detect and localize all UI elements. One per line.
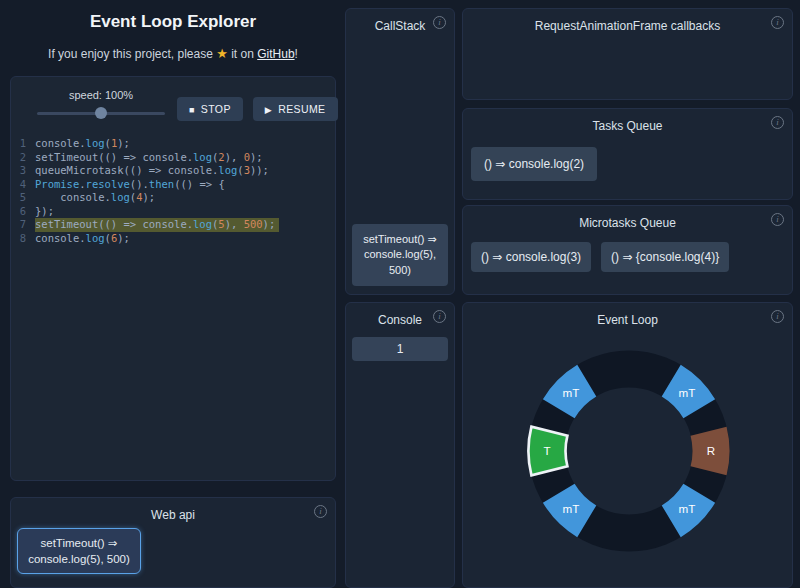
code-line-highlighted: setTimeout(() => console.log(5), 500); — [35, 218, 279, 232]
slider-thumb[interactable] — [95, 107, 107, 119]
code-line: 1console.log(1); — [11, 137, 335, 151]
info-icon[interactable] — [433, 16, 446, 29]
line-number: 1 — [11, 137, 35, 151]
code-line-content: setTimeout(() => console.log(2), 0); — [35, 151, 263, 165]
queue-item: setTimeout() ⇒ console.log(5), 500) — [352, 224, 448, 286]
editor-controls: speed: 100% STOP RESUME — [11, 77, 335, 123]
console-items: 1 — [352, 337, 448, 361]
tasks-queue-panel: Tasks Queue () ⇒ console.log(2) — [462, 108, 793, 200]
code-line-content: console.log(1); — [35, 137, 130, 151]
raf-title: RequestAnimationFrame callbacks — [463, 9, 792, 33]
code-area[interactable]: 1console.log(1);2setTimeout(() => consol… — [11, 137, 335, 245]
queue-item: () ⇒ {console.log(4)} — [601, 242, 729, 272]
segment-label-render: R — [707, 444, 715, 457]
queue-item: setTimeout() ⇒ console.log(5), 500) — [17, 528, 141, 574]
code-line: 4Promise.resolve().then(() => { — [11, 178, 335, 192]
subtitle-text: If you enjoy this project, please — [48, 47, 213, 61]
tasks-queue-title: Tasks Queue — [463, 109, 792, 133]
queue-item: () ⇒ console.log(3) — [471, 242, 591, 272]
callstack-items: setTimeout() ⇒ console.log(5), 500) — [352, 224, 448, 286]
resume-button-label: RESUME — [278, 103, 325, 115]
tasks-queue-items: () ⇒ console.log(2) — [471, 147, 597, 181]
header: Event Loop Explorer If you enjoy this pr… — [8, 12, 338, 61]
queue-item: () ⇒ console.log(2) — [471, 147, 597, 181]
info-icon[interactable] — [433, 310, 446, 323]
microtasks-queue-title: Microtasks Queue — [463, 206, 792, 230]
subtitle-suffix: ! — [295, 47, 298, 61]
line-number: 3 — [11, 164, 35, 178]
play-icon — [265, 103, 272, 115]
code-line-content: }); — [35, 205, 54, 219]
code-line: 7setTimeout(() => console.log(5), 500); — [11, 218, 335, 232]
callstack-panel: CallStack setTimeout() ⇒ console.log(5),… — [345, 8, 455, 295]
code-line-content: Promise.resolve().then(() => { — [35, 178, 225, 192]
event-loop-explorer-app: Event Loop Explorer If you enjoy this pr… — [0, 0, 800, 588]
stop-button[interactable]: STOP — [177, 97, 243, 121]
info-icon[interactable] — [771, 116, 784, 129]
page-title: Event Loop Explorer — [8, 12, 338, 32]
speed-control: speed: 100% — [25, 89, 177, 120]
line-number: 4 — [11, 178, 35, 192]
microtasks-queue-panel: Microtasks Queue () ⇒ console.log(3)() ⇒… — [462, 205, 793, 295]
info-icon[interactable] — [771, 213, 784, 226]
web-api-panel: Web api setTimeout() ⇒ console.log(5), 5… — [10, 497, 336, 588]
star-icon: ★ — [216, 46, 228, 61]
info-icon[interactable] — [314, 505, 327, 518]
stop-button-label: STOP — [201, 103, 231, 115]
info-icon[interactable] — [771, 16, 784, 29]
event-loop-ring: mT mT mT mT T R — [502, 324, 756, 578]
resume-button[interactable]: RESUME — [253, 97, 338, 121]
line-number: 6 — [11, 205, 35, 219]
code-line: 5 console.log(4); — [11, 191, 335, 205]
code-line-content: queueMicrotask(() => console.log(3)); — [35, 164, 269, 178]
subtitle-text-2: it on — [231, 47, 254, 61]
code-line: 3queueMicrotask(() => console.log(3)); — [11, 164, 335, 178]
code-line: 6}); — [11, 205, 335, 219]
raf-callbacks-panel: RequestAnimationFrame callbacks — [462, 8, 793, 100]
code-line-content: console.log(4); — [35, 191, 155, 205]
line-number: 7 — [11, 218, 35, 232]
code-line: 2setTimeout(() => console.log(2), 0); — [11, 151, 335, 165]
segment-label-microtask: mT — [563, 386, 580, 399]
line-number: 2 — [11, 151, 35, 165]
console-panel: Console 1 — [345, 302, 455, 588]
microtasks-queue-items: () ⇒ console.log(3)() ⇒ {console.log(4)} — [471, 242, 729, 272]
line-number: 8 — [11, 232, 35, 246]
segment-label-microtask: mT — [563, 502, 580, 515]
github-link[interactable]: GitHub — [257, 47, 294, 61]
subtitle: If you enjoy this project, please ★ it o… — [8, 46, 338, 61]
queue-item: 1 — [352, 337, 448, 361]
line-number: 5 — [11, 191, 35, 205]
segment-label-task: T — [543, 444, 550, 457]
speed-slider[interactable] — [37, 106, 165, 120]
code-line: 8console.log(6); — [11, 232, 335, 246]
web-api-title: Web api — [11, 498, 335, 522]
segment-label-microtask: mT — [679, 502, 696, 515]
code-editor-panel: speed: 100% STOP RESUME 1console.log(1);… — [10, 76, 336, 481]
event-loop-panel: Event Loop mT mT mT mT T R — [462, 302, 793, 588]
segment-label-microtask: mT — [679, 386, 696, 399]
speed-label: speed: 100% — [25, 89, 177, 101]
web-api-items: setTimeout() ⇒ console.log(5), 500) — [17, 528, 141, 574]
code-line-content: console.log(6); — [35, 232, 130, 246]
info-icon[interactable] — [771, 310, 784, 323]
stop-icon — [189, 103, 195, 115]
